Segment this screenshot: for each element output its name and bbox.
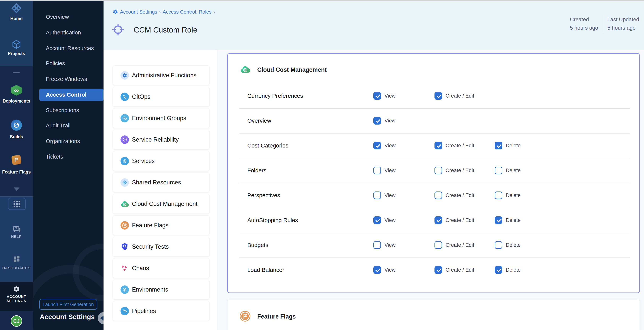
- module-rail: Home Projects ∞ Deployments Builds: [0, 0, 33, 330]
- delete-checkbox[interactable]: [495, 167, 502, 174]
- nav-item-policies[interactable]: Policies: [33, 57, 104, 69]
- module-card-environment-groups[interactable]: Environment Groups: [113, 108, 210, 128]
- permission-row-label: Folders: [247, 167, 266, 174]
- nav-item-freeze-windows[interactable]: Freeze Windows: [33, 73, 104, 85]
- cloud-cost-management-icon: [120, 200, 129, 208]
- rail-item-account-settings[interactable]: [0, 285, 33, 293]
- permission-row-label: Cost Categories: [247, 142, 288, 149]
- role-target-icon: [112, 23, 124, 37]
- dashboards-icon: [12, 255, 20, 264]
- permission-row: Folders View Create / Edit Delete: [239, 158, 630, 183]
- delete-checkbox[interactable]: [495, 266, 502, 274]
- gear-icon: [113, 9, 118, 15]
- module-label: Environments: [132, 286, 168, 293]
- view-checkbox[interactable]: [373, 241, 381, 249]
- module-card-security-tests[interactable]: Security Tests: [113, 237, 210, 257]
- svg-text:?: ?: [15, 227, 17, 230]
- environments-icon: [120, 285, 129, 294]
- create-edit-checkbox[interactable]: [434, 216, 442, 224]
- rail-item-projects[interactable]: [0, 39, 33, 51]
- breadcrumb-account-settings[interactable]: Account Settings: [120, 9, 157, 15]
- view-checkbox[interactable]: [373, 216, 381, 224]
- create-edit-checkbox[interactable]: [434, 266, 442, 274]
- module-card-shared-resources[interactable]: Shared Resources: [113, 173, 210, 192]
- checkbox-label: Delete: [506, 168, 520, 174]
- collapse-left-icon: [100, 315, 104, 321]
- view-checkbox[interactable]: [373, 117, 381, 124]
- module-card-service-reliability[interactable]: Service Reliability: [113, 130, 210, 149]
- cube-icon: [11, 47, 22, 50]
- create-edit-checkbox[interactable]: [434, 142, 442, 149]
- rail-item-dashboards[interactable]: [0, 255, 33, 264]
- created-value: 5 hours ago: [570, 24, 598, 32]
- admin-functions-icon: [120, 71, 129, 80]
- module-card-environments[interactable]: Environments: [113, 280, 210, 299]
- rail-item-home[interactable]: [0, 3, 33, 15]
- permission-row: Load Balancer View Create / Edit Delete: [239, 257, 630, 282]
- feature-flags-icon: [120, 221, 129, 230]
- view-checkbox[interactable]: [373, 92, 381, 100]
- feature-flags-permissions-panel: Feature Flags: [227, 299, 640, 330]
- breadcrumb-access-control-roles[interactable]: Access Control: Roles: [163, 9, 212, 15]
- rail-item-builds-label[interactable]: Builds: [0, 134, 33, 139]
- rail-item-feature-flags[interactable]: [0, 155, 33, 164]
- rail-item-home-label[interactable]: Home: [0, 16, 33, 21]
- nav-item-overview[interactable]: Overview: [33, 11, 104, 23]
- rail-item-deployments[interactable]: ∞: [0, 85, 33, 96]
- panel-title: Feature Flags: [257, 313, 296, 320]
- rail-item-deployments-label[interactable]: Deployments: [0, 98, 33, 104]
- security-tests-icon: [120, 243, 129, 251]
- view-checkbox[interactable]: [373, 167, 381, 174]
- view-checkbox[interactable]: [373, 266, 381, 274]
- create-edit-checkbox[interactable]: [434, 92, 442, 100]
- checkbox-label: Create / Edit: [446, 217, 474, 223]
- rail-item-builds[interactable]: [0, 120, 33, 131]
- view-checkbox[interactable]: [373, 192, 381, 199]
- shared-resources-icon: [120, 178, 129, 187]
- rail-item-feature-flags-label[interactable]: Feature Flags: [0, 170, 33, 175]
- permission-row: AutoStopping Rules View Create / Edit De…: [239, 208, 630, 233]
- nav-item-account-resources[interactable]: Account Resources: [33, 42, 104, 54]
- delete-checkbox[interactable]: [495, 216, 502, 224]
- rail-item-dashboards-label[interactable]: DASHBOARDS: [0, 266, 33, 270]
- checkbox-label: View: [384, 118, 396, 124]
- rail-item-account-settings-label[interactable]: ACCOUNT SETTINGS: [0, 295, 33, 303]
- nav-item-audit-trail[interactable]: Audit Trail: [33, 119, 104, 132]
- module-card-administrative-functions[interactable]: Administrative Functions: [113, 65, 210, 85]
- module-label: Environment Groups: [132, 115, 186, 122]
- rail-collapsed-indicator: [13, 72, 20, 73]
- module-card-chaos[interactable]: Chaos: [113, 258, 210, 278]
- checkbox-label: Create / Edit: [446, 168, 474, 174]
- nav-item-authentication[interactable]: Authentication: [33, 26, 104, 39]
- checkbox-label: View: [384, 242, 396, 248]
- rail-item-projects-label[interactable]: Projects: [0, 51, 33, 56]
- ccm-permissions-panel: Cloud Cost Management Currency Preferenc…: [227, 53, 640, 293]
- nav-item-access-control[interactable]: Access Control: [39, 89, 104, 101]
- create-edit-checkbox[interactable]: [434, 241, 442, 249]
- delete-checkbox[interactable]: [495, 142, 502, 149]
- rail-item-help[interactable]: ?: [0, 225, 33, 234]
- permission-row-label: Perspectives: [247, 192, 280, 199]
- module-card-services[interactable]: Services: [113, 151, 210, 171]
- nav-item-organizations[interactable]: Organizations: [33, 135, 104, 147]
- module-picker-button[interactable]: [8, 198, 26, 210]
- delete-checkbox[interactable]: [495, 241, 502, 249]
- view-checkbox[interactable]: [373, 142, 381, 149]
- nav-item-tickets[interactable]: Tickets: [33, 150, 104, 163]
- checkbox-label: View: [384, 217, 396, 223]
- chevron-down-icon[interactable]: [14, 188, 20, 191]
- rail-item-help-label[interactable]: HELP: [0, 235, 33, 239]
- create-edit-checkbox[interactable]: [434, 192, 442, 199]
- checkbox-label: View: [384, 193, 396, 198]
- permission-row: Overview View: [239, 108, 630, 133]
- create-edit-checkbox[interactable]: [434, 167, 442, 174]
- user-avatar[interactable]: CJ: [11, 315, 22, 327]
- nav-item-subscriptions[interactable]: Subscriptions: [33, 104, 104, 116]
- delete-checkbox[interactable]: [495, 192, 502, 199]
- chaos-icon: [120, 264, 129, 272]
- module-card-cloud-cost-management[interactable]: Cloud Cost Management: [113, 194, 210, 214]
- module-card-feature-flags[interactable]: Feature Flags: [113, 215, 210, 235]
- module-card-pipelines[interactable]: Pipelines: [113, 301, 210, 321]
- launch-first-generation-button[interactable]: Launch First Generation: [39, 299, 97, 310]
- module-card-gitops[interactable]: GitOps: [113, 87, 210, 107]
